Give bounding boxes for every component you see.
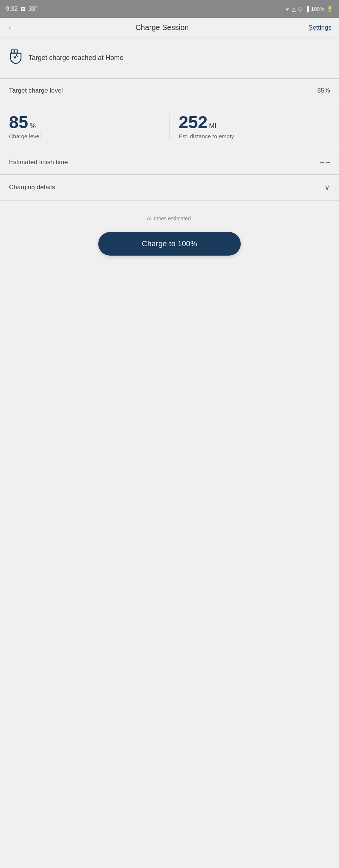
charge-to-100-button[interactable]: Charge to 100% bbox=[98, 232, 241, 256]
distance-value-line: 252 MI bbox=[179, 114, 217, 131]
chevron-down-icon: ∨ bbox=[324, 183, 330, 192]
charge-status-section: Target charge reached at Home bbox=[0, 37, 339, 79]
distance-label: Est. distance to empty bbox=[179, 133, 234, 139]
page-title: Charge Session bbox=[16, 23, 309, 32]
status-bar-right: ∗ △ ◎ ▐ 100% 🔋 bbox=[285, 6, 333, 12]
finish-time-value: --:-- bbox=[320, 159, 330, 166]
charging-details-label: Charging details bbox=[9, 184, 55, 191]
distance-number: 252 bbox=[179, 114, 208, 131]
bottom-spacer bbox=[0, 267, 339, 492]
charge-level-stat: 85 % Charge level bbox=[9, 114, 160, 139]
photo-icon: 🖼 bbox=[21, 6, 26, 12]
estimated-note: All times estimated. bbox=[147, 216, 192, 221]
mute-icon: △ bbox=[292, 6, 296, 12]
bottom-section: All times estimated. Charge to 100% bbox=[0, 201, 339, 267]
charge-level-number: 85 bbox=[9, 114, 28, 131]
charge-level-value-line: 85 % bbox=[9, 114, 36, 131]
plug-icon bbox=[9, 49, 22, 66]
battery-display: 100% bbox=[311, 6, 324, 12]
distance-stat: 252 MI Est. distance to empty bbox=[179, 114, 330, 139]
target-charge-row: Target charge level 85% bbox=[0, 79, 339, 103]
charge-level-label: Charge level bbox=[9, 133, 40, 139]
target-charge-label: Target charge level bbox=[9, 87, 63, 94]
settings-button[interactable]: Settings bbox=[309, 24, 332, 31]
status-bar: 9:32 🖼 33° ∗ △ ◎ ▐ 100% 🔋 bbox=[0, 0, 339, 18]
distance-unit: MI bbox=[209, 122, 216, 130]
charge-status-message: Target charge reached at Home bbox=[28, 54, 123, 62]
back-button[interactable]: ← bbox=[8, 24, 16, 32]
charge-level-unit: % bbox=[30, 122, 36, 130]
finish-time-row: Estimated finish time --:-- bbox=[0, 150, 339, 175]
nav-bar: ← Charge Session Settings bbox=[0, 18, 339, 37]
status-bar-left: 9:32 🖼 33° bbox=[6, 6, 38, 12]
time-display: 9:32 bbox=[6, 6, 18, 12]
stats-row: 85 % Charge level 252 MI Est. distance t… bbox=[0, 103, 339, 150]
signal-icon: ◎ bbox=[298, 6, 303, 12]
charging-details-row[interactable]: Charging details ∨ bbox=[0, 175, 339, 201]
cellular-icon: ▐ bbox=[305, 6, 309, 12]
stat-divider bbox=[170, 114, 170, 139]
main-content: Target charge reached at Home Target cha… bbox=[0, 37, 339, 868]
charge-status-row: Target charge reached at Home bbox=[9, 45, 330, 71]
battery-icon: 🔋 bbox=[327, 6, 333, 12]
temperature-display: 33° bbox=[28, 6, 38, 12]
finish-time-label: Estimated finish time bbox=[9, 159, 68, 166]
svg-rect-1 bbox=[11, 49, 14, 53]
target-charge-value: 85% bbox=[317, 87, 330, 94]
bluetooth-icon: ∗ bbox=[285, 6, 290, 12]
